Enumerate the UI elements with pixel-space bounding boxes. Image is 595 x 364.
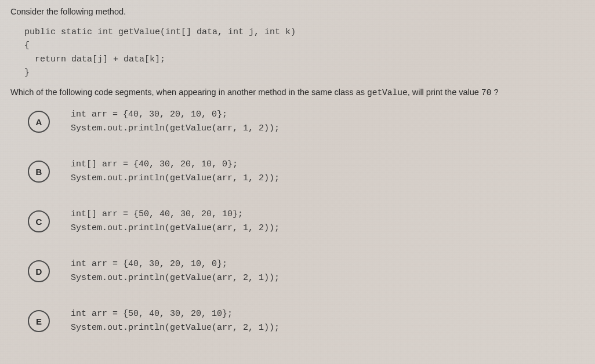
option-letter: E <box>28 310 50 332</box>
sub-question-method: getValue <box>367 88 408 97</box>
option-letter: B <box>28 161 50 183</box>
option-letter: A <box>28 111 50 133</box>
option-code: int arr = {40, 30, 20, 10, 0}; System.ou… <box>71 257 280 285</box>
sub-question-mid: , will print the value <box>408 88 481 97</box>
option-c[interactable]: C int[] arr = {50, 40, 30, 20, 10}; Syst… <box>28 208 585 235</box>
option-e[interactable]: E int arr = {50, 40, 30, 20, 10}; System… <box>28 307 585 335</box>
option-code: int[] arr = {40, 30, 20, 10, 0}; System.… <box>71 158 280 185</box>
sub-question: Which of the following code segments, wh… <box>10 88 585 97</box>
option-letter: C <box>28 210 50 232</box>
option-b[interactable]: B int[] arr = {40, 30, 20, 10, 0}; Syste… <box>28 158 585 185</box>
method-code-block: public static int getValue(int[] data, i… <box>24 26 585 79</box>
option-code: int[] arr = {50, 40, 30, 20, 10}; System… <box>71 208 280 235</box>
option-letter: D <box>28 260 50 282</box>
option-code: int arr = {50, 40, 30, 20, 10}; System.o… <box>71 307 280 335</box>
sub-question-post: ? <box>491 88 498 97</box>
option-a[interactable]: A int arr = {40, 30, 20, 10, 0}; System.… <box>28 108 585 136</box>
option-code: int arr = {40, 30, 20, 10, 0}; System.ou… <box>71 108 280 136</box>
option-d[interactable]: D int arr = {40, 30, 20, 10, 0}; System.… <box>28 257 585 285</box>
options-list: A int arr = {40, 30, 20, 10, 0}; System.… <box>28 108 585 335</box>
sub-question-value: 70 <box>481 88 491 97</box>
question-intro: Consider the following method. <box>10 7 585 16</box>
sub-question-pre: Which of the following code segments, wh… <box>10 88 367 97</box>
